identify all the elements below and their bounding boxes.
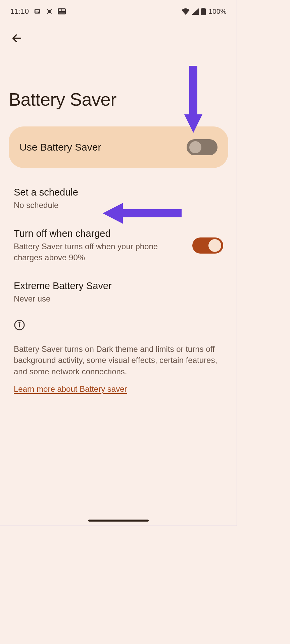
extreme-subtitle: Never use (14, 293, 223, 304)
turn-off-when-charged-title: Turn off when charged (14, 228, 183, 239)
svg-rect-9 (201, 8, 206, 15)
set-schedule-subtitle: No schedule (14, 200, 223, 211)
svg-rect-4 (62, 9, 65, 10)
use-battery-saver-label: Use Battery Saver (19, 142, 101, 153)
page-title: Battery Saver (0, 49, 237, 126)
battery-percent: 100% (208, 7, 227, 15)
svg-rect-6 (59, 12, 65, 12)
svg-rect-2 (58, 8, 66, 14)
svg-point-12 (19, 322, 20, 323)
turn-off-when-charged-switch[interactable] (192, 237, 223, 254)
status-time: 11:10 (10, 7, 29, 16)
extreme-title: Extreme Battery Saver (14, 280, 223, 291)
news-icon (58, 8, 66, 14)
status-bar: 11:10 100% (0, 0, 237, 19)
back-button[interactable] (7, 29, 27, 49)
use-battery-saver-row[interactable]: Use Battery Saver (9, 126, 228, 168)
info-text: Battery Saver turns on Dark theme and li… (14, 343, 223, 377)
app-bar (0, 19, 237, 49)
turn-off-when-charged-item[interactable]: Turn off when charged Battery Saver turn… (0, 219, 237, 272)
svg-point-1 (48, 10, 50, 12)
wifi-icon (182, 8, 190, 15)
photos-icon (46, 8, 53, 15)
set-schedule-title: Set a schedule (14, 187, 223, 198)
set-schedule-item[interactable]: Set a schedule No schedule (0, 178, 237, 219)
svg-rect-5 (62, 10, 65, 11)
info-block: Battery Saver turns on Dark theme and li… (0, 313, 237, 394)
info-icon (14, 326, 25, 332)
learn-more-link[interactable]: Learn more about Battery saver (14, 384, 127, 393)
svg-rect-3 (59, 9, 61, 11)
battery-icon (201, 8, 206, 15)
svg-rect-7 (59, 13, 65, 13)
signal-icon (192, 8, 199, 15)
messages-icon (34, 8, 41, 15)
extreme-battery-saver-item[interactable]: Extreme Battery Saver Never use (0, 272, 237, 313)
use-battery-saver-switch[interactable] (187, 139, 218, 155)
navigation-handle[interactable] (88, 520, 149, 522)
turn-off-when-charged-subtitle: Battery Saver turns off when your phone … (14, 241, 183, 263)
